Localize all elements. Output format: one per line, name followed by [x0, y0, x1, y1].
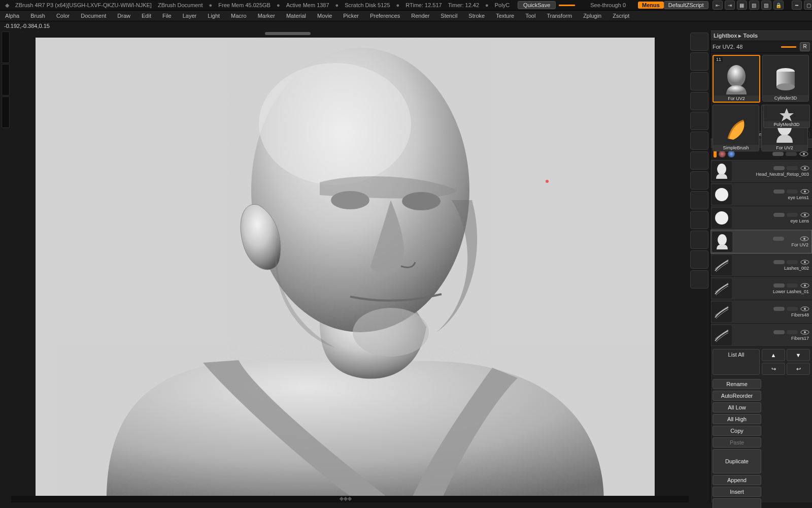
bottom-grip[interactable]	[11, 496, 689, 502]
dock-left-icon[interactable]: ⇤	[713, 1, 723, 10]
all-high-button[interactable]: All High	[713, 414, 761, 424]
duplicate-button[interactable]: Duplicate	[713, 449, 761, 473]
polypaint-icon[interactable]	[719, 150, 726, 157]
menu-stencil[interactable]: Stencil	[438, 12, 459, 20]
tool-tile[interactable]: 11 For UV2	[713, 55, 760, 103]
eye-icon[interactable]	[800, 260, 810, 265]
menu-brush[interactable]: Brush	[28, 12, 47, 20]
menu-preferences[interactable]: Preferences	[368, 12, 402, 20]
subtool-item[interactable]: eye Lens	[710, 206, 812, 230]
menu-marker[interactable]: Marker	[256, 12, 277, 20]
eye-icon[interactable]	[800, 306, 810, 311]
material-icon[interactable]	[728, 150, 735, 157]
shelf-button[interactable]	[690, 191, 708, 209]
shelf-button[interactable]	[690, 52, 708, 71]
menu-zplugin[interactable]: Zplugin	[581, 12, 603, 20]
list-all-button[interactable]: List All	[713, 349, 760, 375]
shelf-button[interactable]	[690, 171, 708, 189]
shelf-button[interactable]	[690, 151, 708, 170]
shelf-button[interactable]	[690, 250, 708, 269]
menu-document[interactable]: Document	[79, 12, 108, 20]
canvas[interactable]	[36, 38, 655, 500]
toggle-icon[interactable]	[773, 189, 785, 194]
r-toggle[interactable]: R	[800, 42, 810, 51]
toggle-icon[interactable]	[787, 283, 798, 288]
subtool-item[interactable]: Fibers17	[710, 324, 812, 347]
menu-transform[interactable]: Transform	[545, 12, 574, 20]
subtool-item[interactable]: eye Lens1	[710, 183, 812, 206]
tool-tile[interactable]	[762, 7, 808, 28]
subtool-item[interactable]: Head_Neutral_Retop_003	[710, 160, 812, 183]
delete-button[interactable]: Delete	[713, 498, 761, 508]
eye-icon[interactable]	[800, 212, 810, 217]
toggle-icon[interactable]	[787, 166, 798, 170]
dock-right-icon[interactable]: ⇥	[725, 1, 735, 10]
menu-alpha[interactable]: Alpha	[3, 12, 21, 20]
toggle-icon[interactable]	[786, 152, 797, 156]
viewport[interactable]	[11, 30, 689, 502]
shelf-button[interactable]	[690, 270, 708, 289]
left-tray[interactable]	[0, 30, 11, 502]
quicksave-button[interactable]: QuickSave	[518, 1, 556, 9]
menu-edit[interactable]: Edit	[140, 12, 153, 20]
menu-render[interactable]: Render	[409, 12, 431, 20]
move-out-button[interactable]: ↪	[762, 363, 785, 375]
subtool-item[interactable]: Lashes_002	[710, 253, 812, 277]
shelf-button[interactable]	[690, 211, 708, 229]
menu-stroke[interactable]: Stroke	[466, 12, 487, 20]
panel-breadcrumb[interactable]: Lightbox ▸ Tools	[710, 30, 812, 41]
menu-draw[interactable]: Draw	[115, 12, 132, 20]
copy-button[interactable]: Copy	[713, 426, 761, 436]
eye-icon[interactable]	[800, 283, 810, 288]
tool-tile-polymesh[interactable]: PolyMesh3D	[763, 105, 810, 128]
toggle-icon[interactable]	[786, 237, 797, 241]
all-low-button[interactable]: All Low	[713, 402, 761, 412]
subtool-item[interactable]: Fibers48	[710, 300, 812, 324]
menu-texture[interactable]: Texture	[494, 12, 516, 20]
eye-icon[interactable]	[800, 330, 810, 335]
move-up-button[interactable]: ▲	[762, 349, 785, 361]
shelf-button[interactable]	[690, 231, 708, 249]
shelf-button[interactable]	[690, 33, 708, 51]
toggle-icon[interactable]	[773, 307, 785, 311]
layout-a-icon[interactable]: ▦	[737, 1, 747, 10]
menu-light[interactable]: Light	[206, 12, 222, 20]
toggle-icon[interactable]	[773, 213, 785, 217]
eye-icon[interactable]	[800, 189, 810, 194]
default-zscript-button[interactable]: DefaultZScript	[664, 1, 708, 9]
eye-icon[interactable]	[800, 166, 810, 171]
toggle-icon[interactable]	[787, 213, 798, 217]
shelf-button[interactable]	[690, 92, 708, 110]
toggle-icon[interactable]	[773, 166, 785, 170]
toggle-icon[interactable]	[787, 330, 798, 334]
subtool-item[interactable]: For UV2	[710, 230, 812, 253]
toggle-icon[interactable]	[772, 152, 784, 156]
menu-material[interactable]: Material	[284, 12, 308, 20]
layout-b-icon[interactable]: ▧	[749, 1, 759, 10]
tool-tile[interactable]: SimpleBrush	[713, 105, 759, 151]
menu-macro[interactable]: Macro	[229, 12, 249, 20]
eye-icon[interactable]	[799, 236, 809, 241]
eye-icon[interactable]	[799, 151, 809, 156]
menu-picker[interactable]: Picker	[341, 12, 361, 20]
menu-layer[interactable]: Layer	[181, 12, 199, 20]
shelf-button[interactable]	[690, 112, 708, 130]
move-down-button[interactable]: ▼	[787, 349, 810, 361]
menu-color[interactable]: Color	[54, 12, 72, 20]
toggle-icon[interactable]	[787, 189, 798, 194]
menu-zscript[interactable]: Zscript	[611, 12, 631, 20]
toggle-icon[interactable]	[773, 330, 785, 334]
autoreorder-button[interactable]: AutoReorder	[713, 391, 761, 401]
append-button[interactable]: Append	[713, 475, 761, 485]
menus-button[interactable]: Menus	[638, 2, 664, 9]
menu-tool[interactable]: Tool	[523, 12, 537, 20]
tool-tile[interactable]: Cylinder3D	[762, 55, 809, 102]
menu-movie[interactable]: Movie	[315, 12, 334, 20]
move-in-button[interactable]: ↩	[787, 363, 810, 375]
shelf-button[interactable]	[690, 72, 708, 90]
toggle-icon[interactable]	[787, 260, 798, 264]
horizontal-scrollbar[interactable]	[11, 30, 689, 37]
menu-file[interactable]: File	[160, 12, 174, 20]
toggle-icon[interactable]	[787, 307, 798, 311]
subtool-item[interactable]: Lower Lashes_01	[710, 277, 812, 300]
